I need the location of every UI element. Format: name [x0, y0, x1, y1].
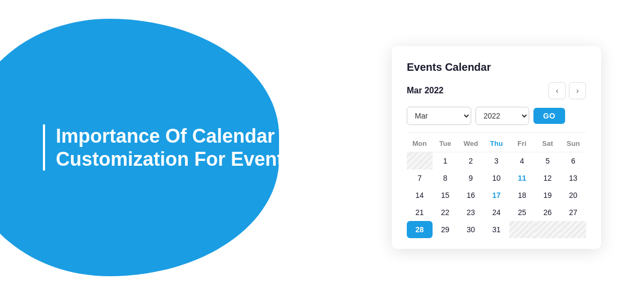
nav-buttons: ‹ › — [548, 82, 586, 99]
calendar-row: 14151617181920 — [407, 187, 586, 204]
calendar-cell[interactable]: 13 — [560, 169, 586, 187]
col-header-thu: Thu — [484, 135, 509, 152]
calendar-row: 21222324252627 — [407, 204, 586, 221]
go-button[interactable]: GO — [533, 108, 565, 124]
calendar-header: MonTueWedThuFriSatSun — [407, 135, 586, 152]
calendar-cell[interactable]: 20 — [560, 187, 586, 204]
col-header-mon: Mon — [407, 135, 433, 152]
col-header-sun: Sun — [560, 135, 586, 152]
calendar-cell[interactable]: 28 — [407, 221, 433, 238]
col-header-wed: Wed — [458, 135, 484, 152]
left-text-block: Importance Of Calendar Customization For… — [0, 124, 294, 171]
col-header-tue: Tue — [433, 135, 458, 152]
calendar-cell[interactable]: 12 — [535, 169, 561, 187]
left-section: Importance Of Calendar Customization For… — [0, 0, 349, 295]
calendar-body: 1234567891011121314151617181920212223242… — [407, 152, 586, 239]
calendar-cell[interactable]: 14 — [407, 187, 433, 204]
calendar-grid: MonTueWedThuFriSatSun 123456789101112131… — [407, 135, 586, 238]
calendar-selectors: JanFebMarAprMayJunJulAugSepOctNovDec 202… — [407, 107, 586, 125]
calendar-card: Events Calendar Mar 2022 ‹ › JanFebMarAp… — [392, 46, 601, 249]
current-month-year: Mar 2022 — [407, 86, 444, 95]
calendar-cell[interactable]: 18 — [509, 187, 535, 204]
calendar-cell[interactable]: 17 — [484, 187, 509, 204]
calendar-cell[interactable]: 15 — [433, 187, 458, 204]
calendar-cell[interactable]: 21 — [407, 204, 433, 221]
calendar-row: 78910111213 — [407, 169, 586, 187]
calendar-cell[interactable]: 6 — [560, 152, 586, 170]
calendar-cell[interactable]: 1 — [433, 152, 458, 170]
month-select[interactable]: JanFebMarAprMayJunJulAugSepOctNovDec — [407, 107, 471, 125]
calendar-cell[interactable]: 3 — [484, 152, 509, 170]
calendar-cell[interactable]: 30 — [458, 221, 484, 238]
calendar-title: Events Calendar — [407, 61, 586, 73]
calendar-cell[interactable]: 25 — [509, 204, 535, 221]
calendar-cell[interactable]: 2 — [458, 152, 484, 170]
calendar-cell[interactable]: 29 — [433, 221, 458, 238]
col-header-fri: Fri — [509, 135, 535, 152]
calendar-cell[interactable]: 19 — [535, 187, 561, 204]
calendar-cell[interactable]: 24 — [484, 204, 509, 221]
calendar-cell — [560, 221, 586, 238]
calendar-header-row: MonTueWedThuFriSatSun — [407, 135, 586, 152]
calendar-row: 28293031 — [407, 221, 586, 238]
calendar-cell[interactable]: 4 — [509, 152, 535, 170]
calendar-cell[interactable]: 11 — [509, 169, 535, 187]
heading-line2: Customization For Events — [56, 148, 294, 170]
calendar-cell[interactable]: 23 — [458, 204, 484, 221]
year-select[interactable]: 20202021202220232024 — [475, 107, 529, 125]
calendar-cell[interactable]: 27 — [560, 204, 586, 221]
main-heading: Importance Of Calendar Customization For… — [56, 124, 294, 171]
calendar-cell[interactable]: 7 — [407, 169, 433, 187]
calendar-cell — [407, 152, 433, 170]
calendar-nav: Mar 2022 ‹ › — [407, 82, 586, 99]
calendar-cell[interactable]: 22 — [433, 204, 458, 221]
calendar-cell[interactable]: 16 — [458, 187, 484, 204]
heading-line1: Importance Of Calendar — [56, 125, 275, 147]
calendar-cell[interactable]: 8 — [433, 169, 458, 187]
calendar-cell[interactable]: 31 — [484, 221, 509, 238]
right-section: Events Calendar Mar 2022 ‹ › JanFebMarAp… — [349, 0, 644, 295]
left-border-accent: Importance Of Calendar Customization For… — [43, 124, 294, 171]
col-header-sat: Sat — [535, 135, 561, 152]
calendar-cell — [509, 221, 535, 238]
calendar-cell[interactable]: 5 — [535, 152, 561, 170]
calendar-cell[interactable]: 26 — [535, 204, 561, 221]
calendar-cell — [535, 221, 561, 238]
prev-month-button[interactable]: ‹ — [548, 82, 566, 99]
calendar-cell[interactable]: 10 — [484, 169, 509, 187]
next-month-button[interactable]: › — [569, 82, 586, 99]
calendar-cell[interactable]: 9 — [458, 169, 484, 187]
calendar-row: 123456 — [407, 152, 586, 170]
calendar-divider — [407, 132, 586, 133]
